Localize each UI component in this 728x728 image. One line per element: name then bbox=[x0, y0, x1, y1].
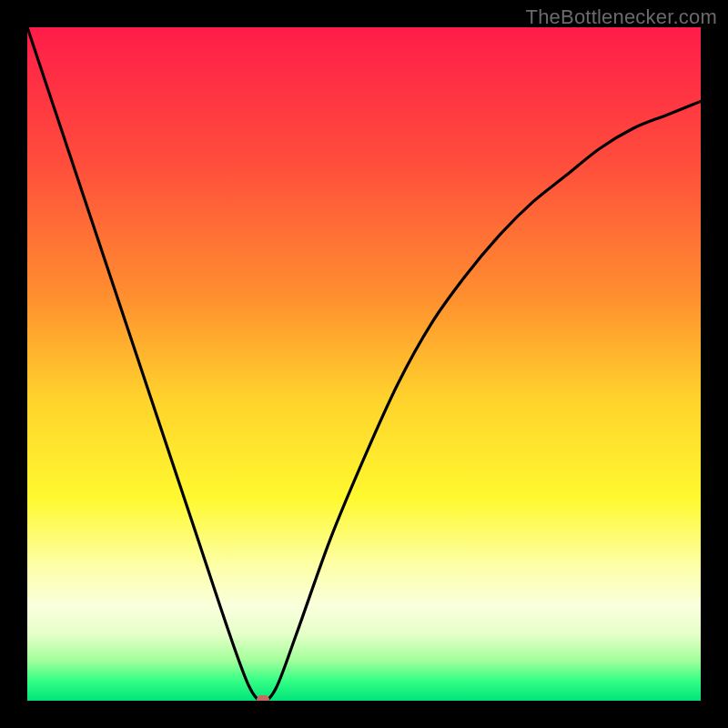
background-gradient bbox=[27, 27, 701, 701]
watermark-text: TheBottlenecker.com bbox=[526, 5, 717, 29]
minimum-marker bbox=[257, 695, 269, 701]
plot-area bbox=[27, 27, 701, 701]
svg-rect-0 bbox=[27, 27, 701, 701]
chart-frame: TheBottlenecker.com bbox=[0, 0, 728, 728]
